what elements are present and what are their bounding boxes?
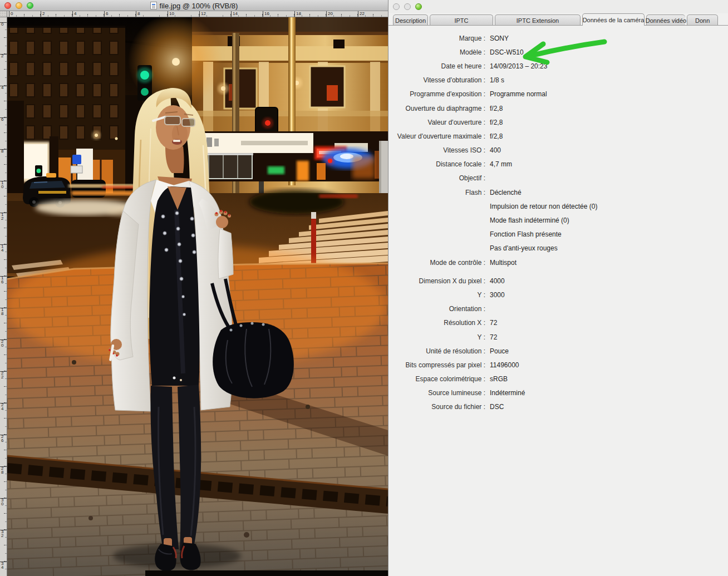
document-icon (150, 2, 157, 9)
zoom-button[interactable] (415, 3, 422, 10)
field-value: 4,7 mm (490, 160, 512, 168)
metadata-row: Dimension X du pixel : 4000 (388, 274, 728, 288)
ruler-number: 2 0 (0, 339, 7, 347)
field-value: f/2,8 (490, 132, 503, 140)
taxi-roof-sign (46, 173, 56, 178)
field-value: Impulsion de retour non détectée (0) (490, 203, 597, 210)
ruler-number: 10 (168, 11, 174, 17)
field-value: 1/8 s (490, 76, 504, 84)
metadata-row: Flash : Déclenché (388, 185, 728, 199)
lit-red-window (327, 85, 338, 101)
metadata-row: Orientation : (388, 302, 728, 316)
ruler-origin-box[interactable] (0, 11, 7, 17)
field-value: sRGB (490, 375, 508, 383)
dialog-tab[interactable]: Données vidéo (646, 14, 685, 26)
field-value: f/2,8 (490, 105, 503, 112)
ruler-number: 1 8 (0, 308, 7, 316)
zoom-button[interactable] (27, 2, 33, 9)
field-label: Source du fichier : (388, 403, 485, 411)
document-title: file.jpg @ 100% (RVB/8) (160, 2, 238, 10)
field-label: Distance focale : (388, 160, 485, 168)
metadata-row: Valeur d'ouverture : f/2,8 (388, 115, 728, 129)
field-label: Objectif : (388, 174, 485, 182)
ruler-number: 2 (41, 11, 45, 17)
dialog-tab[interactable]: Description (393, 14, 428, 26)
camera-data-panel: Marque : SONY Modèle : DSC-W510 Date et … (388, 26, 728, 414)
field-label: Vitesses ISO : (388, 146, 485, 154)
metadata-row: Espace colorimétrique : sRGB (388, 372, 728, 386)
field-label: Flash : (388, 189, 485, 196)
field-label: Y : (388, 333, 485, 341)
file-info-dialog: DescriptionIPTCIPTC ExtensionDonnées de … (388, 0, 728, 576)
ruler-number: 8 (0, 149, 7, 154)
close-button[interactable] (393, 3, 400, 10)
tab-divider (388, 25, 728, 26)
field-value: 72 (490, 333, 497, 341)
metadata-row: Unité de résolution : Pouce (388, 344, 728, 358)
metadata-row: Pas d'anti-yeux rouges (388, 242, 728, 255)
ruler-number: 18 (294, 11, 301, 17)
field-value: Programme normal (490, 90, 547, 98)
metadata-row: Fonction Flash présente (388, 228, 728, 242)
field-value: Pas d'anti-yeux rouges (490, 244, 558, 252)
metadata-row: Vitesses ISO : 400 (388, 144, 728, 157)
bottom-dark-strip (145, 570, 388, 576)
field-value: SONY (490, 35, 509, 42)
metadata-row: Résolution X : 72 (388, 316, 728, 330)
minimize-button[interactable] (16, 2, 22, 9)
titlebar-center: file.jpg @ 100% (RVB/8) (0, 0, 388, 11)
black-top (149, 186, 199, 386)
metadata-row: Mode flash indéterminé (0) (388, 213, 728, 227)
field-value: 4000 (490, 277, 505, 285)
dialog-tab[interactable]: Donn (687, 14, 718, 26)
vertical-ruler[interactable]: 024681 01 21 41 61 82 02 22 42 62 83 03 … (0, 17, 7, 576)
field-value: Déclenché (490, 189, 522, 196)
glasses-lens (165, 116, 180, 125)
ruler-number: 16 (263, 11, 269, 17)
field-value: f/2,8 (490, 119, 503, 126)
field-label: Orientation : (388, 305, 485, 313)
pedestrian-light (37, 169, 41, 173)
ruler-number: 3 2 (0, 530, 7, 538)
photo-canvas[interactable] (7, 17, 388, 576)
ruler-number: 14 (231, 11, 238, 17)
metadata-row: Ouverture du diaphragme : f/2,8 (388, 101, 728, 115)
red-bollard (311, 212, 316, 263)
dialog-tab[interactable]: IPTC Extension (495, 14, 581, 26)
field-label: Ouverture du diaphragme : (388, 105, 485, 112)
ruler-number: 20 (326, 11, 333, 17)
field-label: Valeur d'ouverture maximale : (388, 132, 485, 140)
photoshop-document-window: file.jpg @ 100% (RVB/8) 0246810121416182… (0, 0, 388, 576)
field-value: DSC-W510 (490, 48, 524, 56)
field-label: Marque : (388, 35, 485, 42)
blue-street-sign (72, 155, 81, 164)
close-button[interactable] (4, 2, 11, 9)
metadata-row: Programme d'exposition : Programme norma… (388, 87, 728, 101)
document-titlebar[interactable]: file.jpg @ 100% (RVB/8) (0, 0, 388, 11)
metadata-row: Y : 3000 (388, 288, 728, 302)
field-label: Modèle : (388, 48, 485, 56)
minimize-button[interactable] (404, 3, 411, 10)
field-value: 11496000 (490, 361, 519, 369)
field-label: Y : (388, 291, 485, 299)
ruler-number: 2 6 (0, 435, 7, 442)
field-label: Bits compressés par pixel : (388, 361, 485, 369)
screen: file.jpg @ 100% (RVB/8) 0246810121416182… (0, 0, 728, 576)
ruler-number: 3 4 (0, 562, 7, 569)
horizontal-ruler[interactable]: 0246810121416182022 (7, 11, 388, 17)
dialog-tab[interactable]: IPTC (430, 14, 493, 26)
green-traffic-light (140, 71, 149, 80)
dialog-titlebar[interactable] (388, 0, 728, 13)
metadata-row: Modèle : DSC-W510 (388, 45, 728, 59)
ruler-number: 6 (0, 117, 7, 122)
ruler-number: 2 2 (0, 371, 7, 379)
field-value: Indéterminé (490, 389, 525, 397)
field-label: Programme d'exposition : (388, 90, 485, 98)
field-label: Unité de résolution : (388, 347, 485, 355)
ruler-number: 22 (358, 11, 365, 17)
metadata-row: Objectif : (388, 171, 728, 185)
ruler-number: 0 (0, 22, 7, 27)
field-label: Valeur d'ouverture : (388, 119, 485, 126)
dialog-tab[interactable]: Données de la caméra (582, 13, 645, 26)
metadata-row: Marque : SONY (388, 31, 728, 45)
